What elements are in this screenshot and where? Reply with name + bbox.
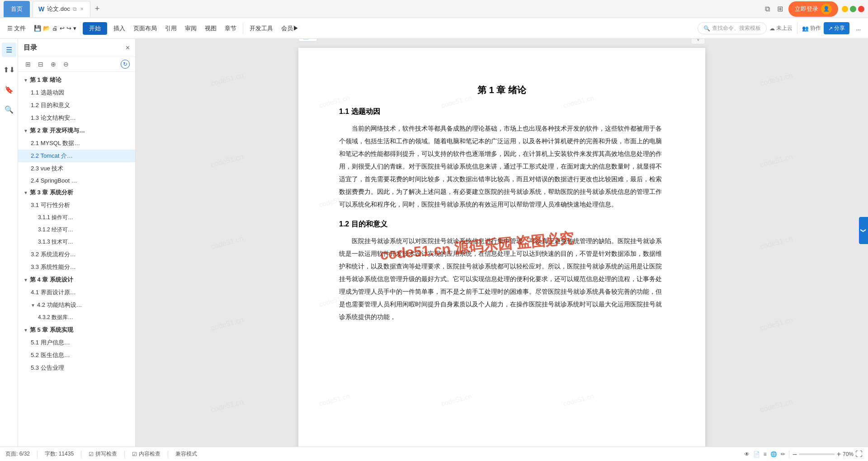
toc-item-2-4[interactable]: 2.4 SpringBoot … <box>18 175 135 186</box>
doc-filter-btn[interactable]: ▽ <box>691 39 705 44</box>
grid-view-icon[interactable]: ⊞ <box>775 3 785 15</box>
toc-item-3-3[interactable]: 3.3 系统性能分… <box>18 261 135 273</box>
content-check[interactable]: ☑ 内容检查 <box>132 450 160 458</box>
bookmark-icon[interactable]: 🔖 <box>2 82 16 97</box>
maximize-button[interactable] <box>850 6 856 12</box>
collaborate-icon: 👥 <box>802 25 809 32</box>
compat-mode-label: 兼容模式 <box>175 450 197 458</box>
login-button[interactable]: 立即登录 👤 <box>788 1 838 17</box>
toc-label-2-2: 2.2 Tomcat 介… <box>31 152 73 160</box>
toc-item-2-2[interactable]: 2.2 Tomcat 介… <box>18 150 135 162</box>
dev-tools-menu[interactable]: 开发工具 <box>246 23 277 34</box>
page-layout-menu[interactable]: 页面布局 <box>130 23 160 34</box>
collaborate-btn[interactable]: 👥 协作 <box>802 24 821 32</box>
share-button[interactable]: ↗ 分享 <box>824 22 849 34</box>
compat-mode[interactable]: 兼容模式 <box>175 450 197 458</box>
reference-menu[interactable]: 引用 <box>161 23 180 34</box>
toc-item-4-3-2[interactable]: 4.3.2 数据库… <box>18 311 135 324</box>
edit-mode-btn[interactable]: ✏ <box>781 451 785 457</box>
view-page-btn[interactable]: 📄 <box>753 451 760 457</box>
word-count[interactable]: 字数: 11435 <box>45 450 74 458</box>
refresh-toc-button[interactable]: ↻ <box>121 60 130 69</box>
fullscreen-button[interactable]: ⛶ <box>855 450 863 458</box>
toc-item-2-3[interactable]: 2.3 vue 技术 <box>18 162 135 175</box>
add-tab-button[interactable]: + <box>91 2 104 15</box>
doc-content[interactable]: 第 1 章 绪论 1.1 选题动因 当前的网络技术，软件技术等都具备成熟的理论基… <box>339 84 665 323</box>
redo-icon[interactable]: ↪ <box>66 25 71 32</box>
print-icon[interactable]: 🖨 <box>52 25 58 32</box>
minimize-button[interactable] <box>842 6 848 12</box>
toc-item-4-2[interactable]: ▼ 4.2 功能结构设… <box>18 299 135 311</box>
home-tab[interactable]: 首页 <box>4 1 30 17</box>
main-layout: ☰ ⬆⬇ 🔖 🔍 目录 × ⊞ ⊟ ⊕ ⊖ ↻ ▼ 第 1 章 绪论 1.1 选… <box>0 39 868 447</box>
collapse-all-button[interactable]: ⊟ <box>36 60 45 69</box>
member-menu[interactable]: 会员▶ <box>278 23 302 34</box>
close-button[interactable] <box>858 6 864 12</box>
undo-icon[interactable]: ↩ <box>60 25 65 32</box>
page-info[interactable]: 页面: 6/32 <box>5 450 30 458</box>
cloud-label: 未上云 <box>776 24 793 32</box>
search-command-input[interactable]: 🔍 查找命令、搜索模板 <box>698 22 767 34</box>
toolbar-right: 🔍 查找命令、搜索模板 ☁ 未上云 👥 协作 ↗ 分享 ... <box>698 22 864 34</box>
insert-menu[interactable]: 插入 <box>110 23 129 34</box>
zoom-in-button[interactable]: + <box>837 450 841 458</box>
toc-chapter-5[interactable]: ▼ 第 5 章 系统实现 <box>18 324 135 336</box>
sidebar-close-button[interactable]: × <box>126 44 130 52</box>
toc-item-4-1[interactable]: 4.1 界面设计原… <box>18 286 135 299</box>
zoom-out-button[interactable]: – <box>793 450 797 458</box>
toc-item-3-1-1[interactable]: 3.1.1 操作可… <box>18 212 135 224</box>
doc-tab[interactable]: W 论文.doc ⧉ × <box>33 1 90 17</box>
right-panel-toggle[interactable]: ❯ <box>859 217 868 244</box>
view-web-btn[interactable]: 🌐 <box>770 451 777 457</box>
toc-item-5-1[interactable]: 5.1 用户信息… <box>18 336 135 349</box>
toc-item-3-1-3[interactable]: 3.1.3 技术可… <box>18 236 135 248</box>
view-normal-btn[interactable]: 👁 <box>744 451 750 457</box>
spell-check[interactable]: ☑ 拼写检查 <box>89 450 117 458</box>
wm-12: code51.cn <box>678 179 868 306</box>
toc-chapter-4[interactable]: ▼ 第 4 章 系统设计 <box>18 273 135 286</box>
toc-chapter-2[interactable]: ▼ 第 2 章 开发环境与… <box>18 124 135 137</box>
pw-11: code51.cn <box>440 392 472 407</box>
document-page[interactable]: 📄 ▾ ▽ code51.cn code51.cn code51.cn code… <box>298 48 705 447</box>
document-area[interactable]: code51.cn code51.cn code51.cn code51.cn … <box>136 39 868 447</box>
add-heading-button[interactable]: ⊕ <box>49 60 58 69</box>
toc-list: ▼ 第 1 章 绪论 1.1 选题动因 1.2 目的和意义 1.3 论文结构安…… <box>18 72 135 447</box>
wm-16: code51.cn <box>678 261 868 387</box>
toc-item-5-3[interactable]: 5.3 公告业理 <box>18 362 135 374</box>
cloud-status[interactable]: ☁ 未上云 <box>769 24 793 32</box>
review-menu[interactable]: 审阅 <box>181 23 200 34</box>
toc-chapter-1[interactable]: ▼ 第 1 章 绪论 <box>18 74 135 86</box>
toc-item-1-2[interactable]: 1.2 目的和意义 <box>18 99 135 112</box>
view-menu[interactable]: 视图 <box>201 23 220 34</box>
start-button[interactable]: 开始 <box>83 22 107 35</box>
view-outline-btn[interactable]: ≡ <box>764 451 767 457</box>
expand-all-button[interactable]: ⊞ <box>24 60 33 69</box>
toc-item-5-2[interactable]: 5.2 医生信息… <box>18 349 135 362</box>
more-menu[interactable]: ... <box>852 23 864 33</box>
file-menu[interactable]: ☰ 文件 <box>4 23 29 34</box>
toc-item-3-1-2[interactable]: 3.1.2 经济可… <box>18 224 135 236</box>
open-icon[interactable]: 📂 <box>43 25 50 32</box>
doc-page-icon-btn[interactable]: 📄 ▾ <box>298 39 317 42</box>
save-icon[interactable]: 💾 <box>34 25 41 32</box>
tab-close-icon[interactable]: × <box>80 6 85 12</box>
toc-item-3-2[interactable]: 3.2 系统流程分… <box>18 248 135 261</box>
toc-label-ch5: 第 5 章 系统实现 <box>30 326 73 334</box>
toc-item-2-1[interactable]: 2.1 MYSQL 数据… <box>18 137 135 150</box>
collaborate-label: 协作 <box>810 24 821 32</box>
zoom-slider[interactable] <box>799 453 835 455</box>
search-panel-icon[interactable]: 🔍 <box>2 102 16 117</box>
wm-8: code51.cn <box>678 98 868 224</box>
tab-restore-icon[interactable]: ⧉ <box>73 6 77 12</box>
remove-heading-button[interactable]: ⊖ <box>61 60 71 69</box>
toc-item-1-3[interactable]: 1.3 论文结构安… <box>18 112 135 124</box>
chapter-menu[interactable]: 章节 <box>221 23 240 34</box>
nav-panel-icon[interactable]: ⬆⬇ <box>2 62 16 77</box>
more-tools-icon[interactable]: ▾ <box>73 25 76 32</box>
toc-chapter-3[interactable]: ▼ 第 3 章 系统分析 <box>18 186 135 199</box>
toc-panel-icon[interactable]: ☰ <box>2 42 16 57</box>
toc-item-3-1[interactable]: 3.1 可行性分析 <box>18 199 135 212</box>
toc-item-1-1[interactable]: 1.1 选题动因 <box>18 86 135 99</box>
split-view-icon[interactable]: ⧉ <box>763 3 772 15</box>
toc-label-5-2: 5.2 医生信息… <box>31 351 70 359</box>
